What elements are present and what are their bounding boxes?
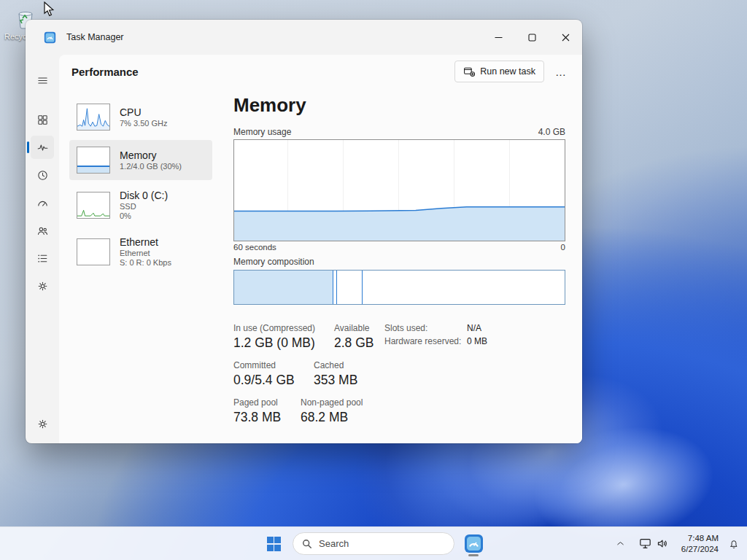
memory-page-title: Memory bbox=[233, 94, 306, 117]
memory-composition-bar bbox=[233, 270, 565, 305]
stat-slots-used-label: Slots used: bbox=[384, 323, 427, 333]
stat-available-value: 2.8 GB bbox=[334, 335, 374, 351]
disk-title: Disk 0 (C:) bbox=[120, 190, 168, 201]
startup-apps-icon bbox=[36, 197, 49, 209]
composition-modified-segment[interactable] bbox=[336, 271, 363, 304]
nav-details[interactable] bbox=[26, 244, 59, 272]
ethernet-mini-graph bbox=[77, 238, 110, 265]
stat-committed-label: Committed bbox=[233, 360, 276, 370]
stat-in-use-value: 1.2 GB (0 MB) bbox=[233, 335, 315, 351]
chart-axis-right: 0 bbox=[561, 243, 565, 252]
window-title: Task Manager bbox=[66, 32, 124, 42]
stat-paged-pool-label: Paged pool bbox=[233, 397, 278, 408]
taskbar: Search 7:48 AM 6/27/2024 bbox=[0, 526, 747, 560]
perf-item-ethernet[interactable]: Ethernet Ethernet S: 0 R: 0 Kbps bbox=[69, 230, 212, 273]
stat-cached-value: 353 MB bbox=[314, 373, 357, 388]
composition-free-segment[interactable] bbox=[363, 271, 565, 304]
windows-logo-icon bbox=[267, 537, 281, 551]
memory-mini-graph bbox=[77, 147, 110, 174]
close-button[interactable] bbox=[549, 20, 582, 55]
taskbar-clock[interactable]: 7:48 AM 6/27/2024 bbox=[681, 533, 719, 554]
nav-app-history[interactable] bbox=[26, 161, 59, 189]
users-icon bbox=[36, 225, 49, 237]
services-icon bbox=[36, 280, 49, 292]
task-manager-app-icon bbox=[44, 31, 56, 44]
cpu-mini-graph bbox=[77, 104, 110, 131]
cpu-subtitle: 7% 3.50 GHz bbox=[120, 119, 167, 128]
nav-settings[interactable] bbox=[26, 410, 59, 438]
stat-available-label: Available bbox=[334, 323, 369, 333]
ethernet-subtitle-1: Ethernet bbox=[120, 249, 171, 257]
ethernet-subtitle-2: S: 0 R: 0 Kbps bbox=[120, 258, 171, 267]
minimize-button[interactable] bbox=[481, 20, 515, 55]
more-options-button[interactable]: … bbox=[550, 61, 572, 82]
disk-subtitle-2: 0% bbox=[120, 211, 168, 220]
notification-bell-icon[interactable] bbox=[728, 538, 740, 550]
new-task-icon bbox=[463, 66, 475, 77]
search-icon bbox=[302, 539, 312, 549]
ethernet-title: Ethernet bbox=[120, 236, 171, 248]
maximize-icon bbox=[528, 34, 536, 42]
clock-time: 7:48 AM bbox=[681, 533, 719, 544]
performance-list: CPU 7% 3.50 GHz Memory 1.2/4.0 GB (30%) bbox=[69, 97, 212, 276]
disk-subtitle-1: SSD bbox=[120, 202, 168, 211]
stat-hardware-reserved-label: Hardware reserved: bbox=[384, 336, 461, 346]
system-tray-icons[interactable] bbox=[635, 535, 672, 552]
memory-usage-label: Memory usage bbox=[233, 127, 291, 137]
stat-non-paged-pool-label: Non-paged pool bbox=[301, 397, 363, 408]
memory-title: Memory bbox=[120, 149, 182, 161]
task-manager-window: Task Manager bbox=[26, 20, 582, 443]
memory-detail-panel: Memory Memory usage 4.0 GB 60 seconds 0 … bbox=[233, 88, 565, 443]
stat-slots-used-value: N/A bbox=[467, 323, 481, 333]
start-button[interactable] bbox=[260, 530, 287, 558]
memory-composition-label: Memory composition bbox=[233, 257, 314, 267]
page-header: Performance Run new task … bbox=[59, 55, 582, 88]
task-manager-taskbar-icon bbox=[464, 534, 484, 553]
details-icon bbox=[36, 252, 49, 265]
window-content: Performance Run new task … bbox=[59, 55, 582, 443]
performance-icon bbox=[36, 141, 49, 154]
cpu-title: CPU bbox=[120, 106, 167, 118]
clock-date: 6/27/2024 bbox=[681, 544, 719, 555]
nav-performance[interactable] bbox=[26, 133, 59, 161]
minimize-icon bbox=[495, 34, 503, 42]
taskbar-search[interactable]: Search bbox=[293, 532, 454, 555]
run-new-task-label: Run new task bbox=[480, 66, 535, 77]
memory-subtitle: 1.2/4.0 GB (30%) bbox=[120, 162, 182, 171]
page-title: Performance bbox=[71, 66, 139, 78]
perf-item-disk[interactable]: Disk 0 (C:) SSD 0% bbox=[69, 183, 212, 227]
nav-startup-apps[interactable] bbox=[26, 189, 59, 217]
composition-in-use-segment[interactable] bbox=[234, 271, 333, 304]
nav-menu-button[interactable] bbox=[26, 66, 59, 94]
taskbar-task-manager-button[interactable] bbox=[460, 530, 487, 558]
nav-users[interactable] bbox=[26, 217, 59, 244]
settings-gear-icon bbox=[36, 418, 49, 430]
perf-item-cpu[interactable]: CPU 7% 3.50 GHz bbox=[69, 97, 212, 137]
tray-chevron-up-icon[interactable] bbox=[615, 538, 626, 549]
processes-icon bbox=[36, 114, 49, 126]
maximize-button[interactable] bbox=[515, 20, 549, 55]
chart-axis-left: 60 seconds bbox=[233, 243, 276, 252]
hamburger-icon bbox=[36, 74, 49, 87]
memory-scale-max: 4.0 GB bbox=[538, 127, 565, 137]
stat-non-paged-pool-value: 68.2 MB bbox=[301, 410, 348, 425]
run-new-task-button[interactable]: Run new task bbox=[454, 61, 544, 82]
search-placeholder: Search bbox=[319, 538, 349, 549]
app-history-icon bbox=[36, 169, 49, 182]
close-icon bbox=[562, 34, 570, 42]
desktop-wallpaper: Recycle Bin Task Manager bbox=[0, 0, 747, 560]
network-icon bbox=[639, 538, 651, 549]
stat-in-use-label: In use (Compressed) bbox=[233, 323, 315, 333]
nav-services[interactable] bbox=[26, 272, 59, 300]
window-titlebar[interactable]: Task Manager bbox=[26, 20, 582, 55]
stat-hardware-reserved-value: 0 MB bbox=[467, 336, 487, 346]
memory-usage-chart bbox=[233, 139, 565, 241]
stat-cached-label: Cached bbox=[314, 360, 344, 370]
nav-processes[interactable] bbox=[26, 106, 59, 133]
stat-committed-value: 0.9/5.4 GB bbox=[233, 373, 295, 388]
disk-mini-graph bbox=[77, 192, 110, 219]
stat-paged-pool-value: 73.8 MB bbox=[233, 410, 281, 425]
perf-item-memory[interactable]: Memory 1.2/4.0 GB (30%) bbox=[69, 140, 212, 180]
volume-icon bbox=[657, 538, 668, 549]
nav-rail bbox=[26, 55, 59, 443]
